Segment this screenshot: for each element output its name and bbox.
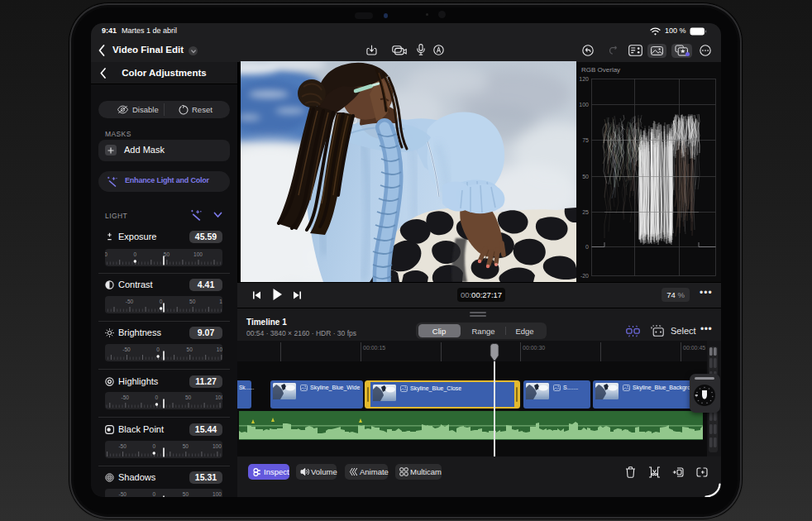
- svg-text:100: 100: [579, 102, 589, 108]
- svg-text:25: 25: [582, 209, 589, 215]
- svg-text:00:00:15: 00:00:15: [363, 345, 385, 351]
- svg-text:120: 120: [579, 76, 589, 82]
- svg-text:-20: -20: [580, 273, 589, 279]
- svg-text:50: 50: [582, 174, 589, 179]
- svg-text:00:00:45: 00:00:45: [683, 345, 705, 351]
- svg-text:75: 75: [582, 137, 589, 143]
- svg-text:RGB Overlay: RGB Overlay: [581, 66, 620, 74]
- svg-text:00:00:30: 00:00:30: [523, 345, 545, 351]
- svg-text:0: 0: [585, 244, 589, 250]
